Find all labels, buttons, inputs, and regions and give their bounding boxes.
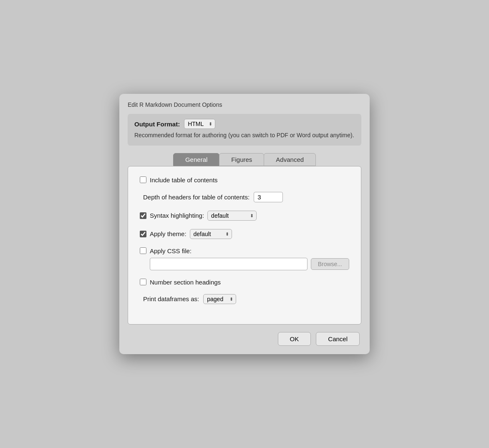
apply-theme-label: Apply theme: bbox=[150, 230, 187, 237]
print-dataframes-select[interactable]: paged default kable tibble bbox=[203, 294, 236, 304]
tabs-row: General Figures Advanced bbox=[128, 153, 361, 166]
output-format-description: Recommended format for authoring (you ca… bbox=[134, 131, 355, 140]
depth-input[interactable] bbox=[254, 192, 283, 202]
ok-button[interactable]: OK bbox=[278, 332, 311, 346]
browse-button[interactable]: Browse... bbox=[311, 258, 349, 270]
dialog-footer: OK Cancel bbox=[128, 332, 361, 346]
syntax-highlighting-checkbox[interactable] bbox=[140, 212, 146, 219]
include-toc-checkbox[interactable] bbox=[140, 176, 146, 183]
include-toc-checkbox-row: Include table of contents bbox=[140, 176, 218, 184]
print-dataframes-label: Print dataframes as: bbox=[143, 295, 199, 302]
print-dataframes-select-container: paged default kable tibble bbox=[203, 294, 236, 304]
apply-theme-row: Apply theme: default cerulean cosmo flat… bbox=[140, 229, 349, 239]
dialog-title: Edit R Markdown Document Options bbox=[128, 101, 361, 108]
output-format-select-container: HTML PDF Word bbox=[184, 119, 215, 129]
tab-general[interactable]: General bbox=[173, 153, 219, 166]
syntax-highlighting-select-container: default tango pygments kate monochrome e… bbox=[207, 211, 257, 221]
depth-row: Depth of headers for table of contents: bbox=[143, 192, 349, 202]
depth-label: Depth of headers for table of contents: bbox=[143, 194, 250, 201]
syntax-highlighting-label: Syntax highlighting: bbox=[150, 212, 204, 219]
tab-figures[interactable]: Figures bbox=[219, 153, 264, 166]
print-dataframes-row: Print dataframes as: paged default kable… bbox=[143, 294, 349, 304]
output-format-row: Output Format: HTML PDF Word bbox=[134, 119, 355, 129]
tab-advanced[interactable]: Advanced bbox=[264, 153, 316, 166]
output-format-select[interactable]: HTML PDF Word bbox=[184, 119, 215, 129]
css-file-row: Browse... bbox=[150, 258, 349, 270]
cancel-button[interactable]: Cancel bbox=[316, 332, 360, 346]
number-sections-checkbox[interactable] bbox=[140, 279, 146, 285]
number-sections-row: Number section headings bbox=[140, 279, 349, 286]
apply-theme-select-container: default cerulean cosmo flatly journal lu… bbox=[190, 229, 232, 239]
apply-theme-select[interactable]: default cerulean cosmo flatly journal lu… bbox=[190, 229, 232, 239]
include-toc-label: Include table of contents bbox=[150, 176, 218, 184]
output-format-label: Output Format: bbox=[134, 121, 180, 128]
tab-content-general: Include table of contents Depth of heade… bbox=[128, 166, 361, 325]
syntax-highlighting-select[interactable]: default tango pygments kate monochrome e… bbox=[207, 211, 257, 221]
apply-css-checkbox[interactable] bbox=[140, 247, 146, 254]
dialog: Edit R Markdown Document Options Output … bbox=[119, 94, 370, 354]
apply-css-label: Apply CSS file: bbox=[150, 247, 192, 254]
syntax-highlighting-row: Syntax highlighting: default tango pygme… bbox=[140, 211, 349, 221]
output-format-section: Output Format: HTML PDF Word Recommended… bbox=[128, 114, 361, 146]
css-file-input[interactable] bbox=[150, 258, 308, 270]
number-sections-label: Number section headings bbox=[150, 279, 221, 286]
apply-css-row: Apply CSS file: bbox=[140, 247, 349, 254]
include-toc-row: Include table of contents bbox=[140, 176, 349, 184]
apply-theme-checkbox[interactable] bbox=[140, 231, 146, 237]
